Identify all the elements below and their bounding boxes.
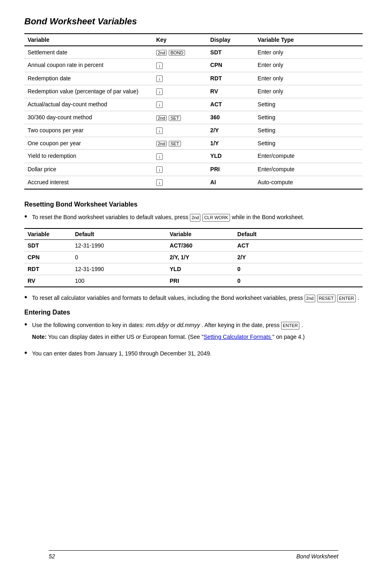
- type-cell: Enter/compute: [254, 150, 363, 163]
- key-cell: ↓: [153, 176, 207, 189]
- type-cell: Enter only: [254, 46, 363, 59]
- defaults-col-def2: Default: [234, 228, 363, 240]
- display-cell: CPN: [207, 59, 254, 72]
- type-cell: Setting: [254, 137, 363, 150]
- type-cell: Auto-compute: [254, 176, 363, 189]
- table-row: One coupon per year2nd SET1/YSetting: [24, 137, 363, 150]
- page-number: 52: [49, 553, 55, 560]
- key-cell: ↓: [153, 72, 207, 85]
- reset-bullet-2: • To reset all calculator variables and …: [24, 294, 363, 302]
- defaults-table: Variable Default Variable Default SDT12-…: [24, 228, 363, 287]
- key-cell: ↓: [153, 124, 207, 137]
- table-row: Actual/actual day-count method↓ACTSettin…: [24, 98, 363, 111]
- display-cell: AI: [207, 176, 254, 189]
- note-block: Note: You can display dates in either US…: [32, 333, 305, 341]
- table-row: Accrued interest↓AIAuto-compute: [24, 176, 363, 189]
- col-header-type: Variable Type: [254, 34, 363, 46]
- variable-cell: Accrued interest: [24, 176, 153, 189]
- main-variables-table: Variable Key Display Variable Type Settl…: [24, 33, 363, 190]
- type-cell: Setting: [254, 111, 363, 124]
- def-var1: RDT: [24, 263, 72, 275]
- page-title: Bond Worksheet Variables: [24, 16, 363, 27]
- key-cell: 2nd SET: [153, 111, 207, 124]
- key-2nd-reset2: 2nd: [305, 295, 315, 302]
- table-row: RV100PRI0: [24, 275, 363, 287]
- key-cell: ↓: [153, 98, 207, 111]
- table-row: SDT12-31-1990ACT/360ACT: [24, 240, 363, 252]
- variable-cell: One coupon per year: [24, 137, 153, 150]
- variable-cell: Dollar price: [24, 163, 153, 176]
- key-clr-work: CLR WORK: [202, 214, 230, 222]
- display-cell: 1/Y: [207, 137, 254, 150]
- bullet-dot-2: •: [24, 293, 27, 302]
- key-cell: ↓: [153, 163, 207, 176]
- key-bond: BOND: [169, 50, 185, 56]
- def-var1: SDT: [24, 240, 72, 252]
- display-cell: SDT: [207, 46, 254, 59]
- key-enter-reset: ENTER: [337, 295, 355, 302]
- variable-cell: Redemption value (percentage of par valu…: [24, 85, 153, 98]
- key-cell: ↓: [153, 85, 207, 98]
- variable-cell: Settlement date: [24, 46, 153, 59]
- page-footer: 52 Bond Worksheet: [49, 550, 338, 560]
- dates-bullet-1-content: Use the following convention to key in d…: [32, 321, 305, 345]
- key-enter-dates: ENTER: [281, 322, 299, 330]
- arrow-key: ↓: [156, 101, 163, 108]
- col-header-display: Display: [207, 34, 254, 46]
- arrow-key: ↓: [156, 127, 163, 134]
- variable-cell: 30/360 day-count method: [24, 111, 153, 124]
- type-cell: Enter only: [254, 85, 363, 98]
- arrow-key: ↓: [156, 75, 163, 82]
- setting-calculator-formats-link[interactable]: Setting Calculator Formats: [204, 334, 273, 340]
- key-cell: ↓: [153, 59, 207, 72]
- variable-cell: Redemption date: [24, 72, 153, 85]
- display-cell: 2/Y: [207, 124, 254, 137]
- variable-cell: Two coupons per year: [24, 124, 153, 137]
- defaults-col-var1: Variable: [24, 228, 72, 240]
- footer-right: Bond Worksheet: [297, 553, 339, 560]
- bullet-dot-4: •: [24, 348, 27, 358]
- display-cell: RV: [207, 85, 254, 98]
- def-val1: 12-31-1990: [72, 263, 167, 275]
- resetting-section-header: Resetting Bond Worksheet Variables: [24, 201, 363, 208]
- key-set: SET: [169, 115, 181, 121]
- arrow-key: ↓: [156, 153, 163, 160]
- display-cell: YLD: [207, 150, 254, 163]
- def-val1: 12-31-1990: [72, 240, 167, 252]
- key-set: SET: [169, 141, 181, 146]
- display-cell: PRI: [207, 163, 254, 176]
- defaults-col-var2: Variable: [166, 228, 234, 240]
- key-2nd: 2nd: [156, 141, 167, 146]
- key-2nd-reset: 2nd: [190, 214, 200, 222]
- table-row: Annual coupon rate in percent↓CPNEnter o…: [24, 59, 363, 72]
- def-var2: PRI: [166, 275, 234, 287]
- dates-bullet-1-text: Use the following convention to key in d…: [32, 321, 305, 330]
- def-val2: 2/Y: [234, 252, 363, 263]
- entering-dates-header: Entering Dates: [24, 309, 363, 316]
- key-2nd: 2nd: [156, 50, 167, 56]
- def-val1: 100: [72, 275, 167, 287]
- display-cell: RDT: [207, 72, 254, 85]
- def-val1: 0: [72, 252, 167, 263]
- key-2nd: 2nd: [156, 115, 167, 121]
- bullet-dot-1: •: [24, 212, 27, 221]
- display-cell: ACT: [207, 98, 254, 111]
- key-reset: RESET: [317, 295, 335, 302]
- bullet-dot-3: •: [24, 320, 27, 329]
- display-cell: 360: [207, 111, 254, 124]
- type-cell: Enter/compute: [254, 163, 363, 176]
- def-val2: 0: [234, 275, 363, 287]
- table-row: Dollar price↓PRIEnter/compute: [24, 163, 363, 176]
- variable-cell: Annual coupon rate in percent: [24, 59, 153, 72]
- dates-bullets: • Use the following convention to key in…: [24, 321, 363, 358]
- type-cell: Setting: [254, 124, 363, 137]
- table-row: 30/360 day-count method2nd SET360Setting: [24, 111, 363, 124]
- def-var1: CPN: [24, 252, 72, 263]
- arrow-key: ↓: [156, 62, 163, 69]
- arrow-key: ↓: [156, 179, 163, 186]
- def-var2: 2/Y, 1/Y: [166, 252, 234, 263]
- col-header-variable: Variable: [24, 34, 153, 46]
- table-row: Yield to redemption↓YLDEnter/compute: [24, 150, 363, 163]
- def-val2: 0: [234, 263, 363, 275]
- def-val2: ACT: [234, 240, 363, 252]
